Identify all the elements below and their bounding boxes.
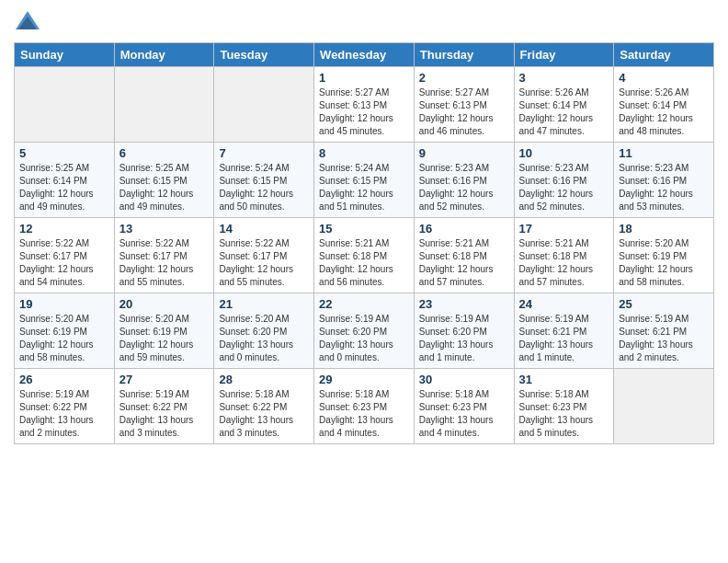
- day-detail: Sunrise: 5:21 AM Sunset: 6:18 PM Dayligh…: [419, 237, 509, 289]
- calendar-cell: [614, 369, 714, 444]
- day-number: 15: [319, 222, 409, 236]
- day-detail: Sunrise: 5:26 AM Sunset: 6:14 PM Dayligh…: [619, 86, 709, 138]
- day-detail: Sunrise: 5:20 AM Sunset: 6:19 PM Dayligh…: [19, 313, 109, 364]
- day-detail: Sunrise: 5:27 AM Sunset: 6:13 PM Dayligh…: [319, 86, 409, 138]
- day-number: 26: [19, 373, 109, 386]
- day-number: 5: [19, 146, 109, 160]
- calendar-cell: 23Sunrise: 5:19 AM Sunset: 6:20 PM Dayli…: [414, 293, 514, 369]
- day-detail: Sunrise: 5:18 AM Sunset: 6:23 PM Dayligh…: [519, 388, 609, 440]
- day-number: 14: [219, 222, 309, 236]
- day-detail: Sunrise: 5:20 AM Sunset: 6:19 PM Dayligh…: [619, 237, 709, 289]
- day-detail: Sunrise: 5:21 AM Sunset: 6:18 PM Dayligh…: [519, 237, 609, 289]
- day-detail: Sunrise: 5:23 AM Sunset: 6:16 PM Dayligh…: [419, 162, 509, 213]
- calendar-cell: 21Sunrise: 5:20 AM Sunset: 6:20 PM Dayli…: [214, 293, 314, 369]
- day-detail: Sunrise: 5:24 AM Sunset: 6:15 PM Dayligh…: [219, 162, 309, 213]
- day-number: 31: [519, 373, 609, 386]
- calendar-cell: 10Sunrise: 5:23 AM Sunset: 6:16 PM Dayli…: [514, 143, 614, 218]
- generalblue-logo-icon: [14, 9, 41, 37]
- day-number: 19: [19, 297, 109, 311]
- calendar-week-2: 5Sunrise: 5:25 AM Sunset: 6:14 PM Daylig…: [15, 143, 714, 218]
- calendar-header-thursday: Thursday: [414, 43, 514, 67]
- calendar-header-row: SundayMondayTuesdayWednesdayThursdayFrid…: [15, 43, 714, 67]
- calendar-cell: 13Sunrise: 5:22 AM Sunset: 6:17 PM Dayli…: [114, 218, 214, 293]
- calendar-week-4: 19Sunrise: 5:20 AM Sunset: 6:19 PM Dayli…: [15, 293, 714, 369]
- day-detail: Sunrise: 5:20 AM Sunset: 6:19 PM Dayligh…: [119, 313, 210, 364]
- day-detail: Sunrise: 5:18 AM Sunset: 6:22 PM Dayligh…: [219, 388, 309, 440]
- calendar-header-friday: Friday: [514, 43, 614, 67]
- day-detail: Sunrise: 5:18 AM Sunset: 6:23 PM Dayligh…: [419, 388, 509, 440]
- calendar-header-saturday: Saturday: [614, 43, 714, 67]
- calendar-cell: [114, 67, 214, 143]
- calendar-cell: 18Sunrise: 5:20 AM Sunset: 6:19 PM Dayli…: [614, 218, 714, 293]
- day-number: 8: [319, 146, 409, 160]
- calendar-cell: 8Sunrise: 5:24 AM Sunset: 6:15 PM Daylig…: [314, 143, 415, 218]
- day-number: 12: [19, 222, 109, 236]
- calendar-cell: 4Sunrise: 5:26 AM Sunset: 6:14 PM Daylig…: [614, 67, 714, 143]
- day-detail: Sunrise: 5:22 AM Sunset: 6:17 PM Dayligh…: [219, 237, 309, 289]
- day-detail: Sunrise: 5:25 AM Sunset: 6:15 PM Dayligh…: [119, 162, 210, 213]
- calendar-cell: 30Sunrise: 5:18 AM Sunset: 6:23 PM Dayli…: [414, 369, 514, 444]
- calendar-body: 1Sunrise: 5:27 AM Sunset: 6:13 PM Daylig…: [15, 67, 714, 444]
- calendar-cell: 25Sunrise: 5:19 AM Sunset: 6:21 PM Dayli…: [614, 293, 714, 369]
- day-number: 23: [419, 297, 509, 311]
- day-number: 20: [119, 297, 210, 311]
- calendar-cell: 3Sunrise: 5:26 AM Sunset: 6:14 PM Daylig…: [514, 67, 614, 143]
- calendar-cell: 6Sunrise: 5:25 AM Sunset: 6:15 PM Daylig…: [114, 143, 214, 218]
- calendar-cell: 24Sunrise: 5:19 AM Sunset: 6:21 PM Dayli…: [514, 293, 614, 369]
- header: [14, 9, 714, 37]
- calendar-cell: [15, 67, 115, 143]
- calendar-cell: 19Sunrise: 5:20 AM Sunset: 6:19 PM Dayli…: [15, 293, 115, 369]
- calendar-cell: 26Sunrise: 5:19 AM Sunset: 6:22 PM Dayli…: [15, 369, 115, 444]
- calendar-cell: 31Sunrise: 5:18 AM Sunset: 6:23 PM Dayli…: [514, 369, 614, 444]
- calendar-cell: 17Sunrise: 5:21 AM Sunset: 6:18 PM Dayli…: [514, 218, 614, 293]
- calendar-cell: 12Sunrise: 5:22 AM Sunset: 6:17 PM Dayli…: [15, 218, 115, 293]
- calendar-week-5: 26Sunrise: 5:19 AM Sunset: 6:22 PM Dayli…: [15, 369, 714, 444]
- day-number: 11: [619, 146, 709, 160]
- calendar-cell: 7Sunrise: 5:24 AM Sunset: 6:15 PM Daylig…: [214, 143, 314, 218]
- day-detail: Sunrise: 5:19 AM Sunset: 6:22 PM Dayligh…: [119, 388, 210, 440]
- day-detail: Sunrise: 5:25 AM Sunset: 6:14 PM Dayligh…: [19, 162, 109, 213]
- day-number: 7: [219, 146, 309, 160]
- day-detail: Sunrise: 5:19 AM Sunset: 6:20 PM Dayligh…: [419, 313, 509, 364]
- day-detail: Sunrise: 5:22 AM Sunset: 6:17 PM Dayligh…: [19, 237, 109, 289]
- day-number: 17: [519, 222, 609, 236]
- day-detail: Sunrise: 5:26 AM Sunset: 6:14 PM Dayligh…: [519, 86, 609, 138]
- day-detail: Sunrise: 5:22 AM Sunset: 6:17 PM Dayligh…: [119, 237, 210, 289]
- calendar-cell: 14Sunrise: 5:22 AM Sunset: 6:17 PM Dayli…: [214, 218, 314, 293]
- calendar-cell: 5Sunrise: 5:25 AM Sunset: 6:14 PM Daylig…: [15, 143, 115, 218]
- day-number: 3: [519, 71, 609, 85]
- calendar-cell: 11Sunrise: 5:23 AM Sunset: 6:16 PM Dayli…: [614, 143, 714, 218]
- day-detail: Sunrise: 5:23 AM Sunset: 6:16 PM Dayligh…: [619, 162, 709, 213]
- day-number: 10: [519, 146, 609, 160]
- day-detail: Sunrise: 5:19 AM Sunset: 6:21 PM Dayligh…: [619, 313, 709, 364]
- day-detail: Sunrise: 5:19 AM Sunset: 6:22 PM Dayligh…: [19, 388, 109, 440]
- calendar-cell: 9Sunrise: 5:23 AM Sunset: 6:16 PM Daylig…: [414, 143, 514, 218]
- day-number: 6: [119, 146, 210, 160]
- calendar-cell: 20Sunrise: 5:20 AM Sunset: 6:19 PM Dayli…: [114, 293, 214, 369]
- day-number: 13: [119, 222, 210, 236]
- day-detail: Sunrise: 5:19 AM Sunset: 6:21 PM Dayligh…: [519, 313, 609, 364]
- day-detail: Sunrise: 5:27 AM Sunset: 6:13 PM Dayligh…: [419, 86, 509, 138]
- calendar-header-tuesday: Tuesday: [214, 43, 314, 67]
- day-number: 16: [419, 222, 509, 236]
- day-number: 9: [419, 146, 509, 160]
- calendar-week-3: 12Sunrise: 5:22 AM Sunset: 6:17 PM Dayli…: [15, 218, 714, 293]
- day-number: 29: [319, 373, 409, 386]
- day-number: 27: [119, 373, 210, 386]
- calendar-cell: 22Sunrise: 5:19 AM Sunset: 6:20 PM Dayli…: [314, 293, 415, 369]
- calendar-table: SundayMondayTuesdayWednesdayThursdayFrid…: [14, 42, 714, 444]
- calendar-header-monday: Monday: [114, 43, 214, 67]
- day-number: 24: [519, 297, 609, 311]
- day-detail: Sunrise: 5:20 AM Sunset: 6:20 PM Dayligh…: [219, 313, 309, 364]
- day-number: 28: [219, 373, 309, 386]
- day-number: 22: [319, 297, 409, 311]
- calendar-cell: 2Sunrise: 5:27 AM Sunset: 6:13 PM Daylig…: [414, 67, 514, 143]
- logo: [14, 9, 45, 37]
- calendar-cell: 27Sunrise: 5:19 AM Sunset: 6:22 PM Dayli…: [114, 369, 214, 444]
- day-number: 18: [619, 222, 709, 236]
- day-detail: Sunrise: 5:24 AM Sunset: 6:15 PM Dayligh…: [319, 162, 409, 213]
- calendar-week-1: 1Sunrise: 5:27 AM Sunset: 6:13 PM Daylig…: [15, 67, 714, 143]
- day-number: 25: [619, 297, 709, 311]
- calendar-header-sunday: Sunday: [15, 43, 115, 67]
- day-number: 2: [419, 71, 509, 85]
